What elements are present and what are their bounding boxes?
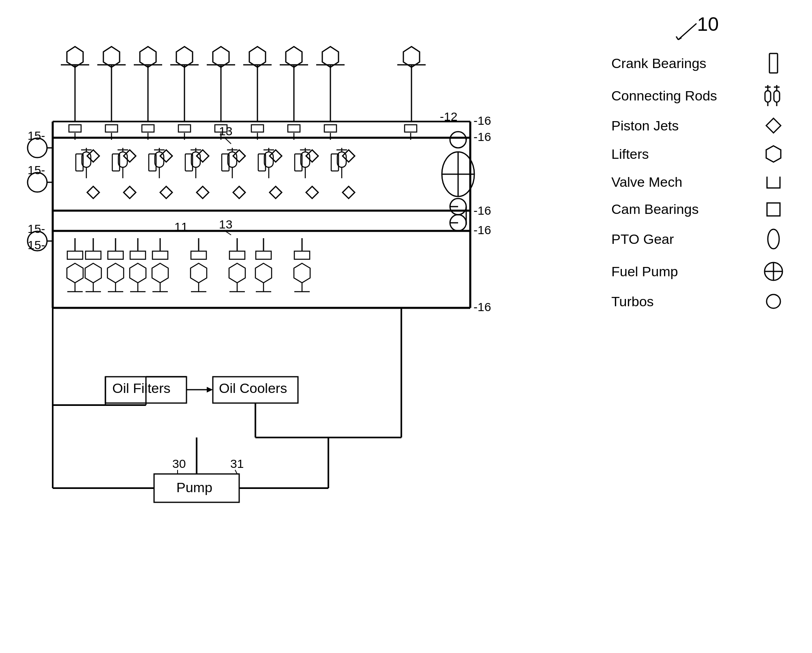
ref-15c: 15-: [28, 222, 45, 235]
ref-16e: -16: [473, 300, 491, 314]
svg-rect-153: [256, 251, 271, 259]
svg-marker-158: [107, 263, 124, 283]
svg-marker-110: [197, 186, 209, 198]
svg-marker-38: [249, 47, 266, 67]
svg-rect-56: [405, 125, 417, 132]
svg-line-2: [678, 38, 681, 40]
legend-item-connecting-rods: Connecting Rods: [611, 85, 790, 106]
ref-13a: 13: [219, 124, 232, 138]
svg-rect-55: [324, 125, 336, 132]
ref-16c: -16: [473, 204, 491, 217]
legend-symbol-crank-bearings: [757, 53, 790, 74]
svg-marker-109: [160, 186, 172, 198]
ref-15b: 15-: [28, 163, 45, 177]
svg-rect-6: [774, 91, 780, 102]
svg-marker-162: [229, 263, 245, 283]
svg-rect-151: [229, 251, 245, 259]
svg-rect-155: [294, 251, 310, 259]
legend-label-turbos: Turbos: [611, 294, 757, 309]
svg-marker-61: [160, 150, 172, 162]
svg-marker-112: [270, 186, 282, 198]
legend-symbol-lifters: [757, 145, 790, 163]
ref-arrow: [670, 19, 703, 44]
legend-item-cam-bearings: Cam Bearings: [611, 201, 790, 217]
svg-rect-149: [191, 251, 206, 259]
legend-symbol-fuel-pump: [757, 261, 790, 282]
svg-marker-44: [322, 47, 339, 67]
ref-31: 31: [230, 457, 244, 470]
svg-marker-114: [343, 186, 355, 198]
svg-marker-29: [140, 47, 156, 67]
svg-marker-63: [233, 150, 245, 162]
legend-symbol-cam-bearings: [757, 202, 790, 217]
svg-rect-51: [178, 125, 191, 132]
svg-marker-160: [152, 263, 168, 283]
svg-marker-35: [213, 47, 229, 67]
svg-rect-3: [769, 53, 778, 73]
svg-rect-143: [108, 251, 123, 259]
svg-rect-139: [67, 251, 83, 259]
ref-13b: 13: [219, 218, 232, 231]
svg-marker-12: [766, 118, 781, 133]
legend-item-crank-bearings: Crank Bearings: [611, 53, 790, 74]
legend-label-piston-jets: Piston Jets: [611, 118, 757, 134]
ref-12-label: -12: [440, 110, 457, 123]
legend-item-valve-mech: Valve Mech: [611, 174, 790, 190]
svg-point-15: [768, 229, 779, 249]
legend-symbol-turbos: [757, 293, 790, 309]
legend-label-fuel-pump: Fuel Pump: [611, 264, 757, 280]
svg-rect-141: [86, 251, 101, 259]
svg-marker-111: [233, 186, 245, 198]
svg-point-127: [450, 132, 466, 148]
ref-16a: -16: [473, 114, 491, 127]
svg-marker-161: [191, 263, 207, 283]
legend-symbol-piston-jets: [757, 117, 790, 134]
legend-item-pto-gear: PTO Gear: [611, 228, 790, 250]
svg-marker-163: [255, 263, 272, 283]
svg-marker-64: [270, 150, 282, 162]
svg-marker-108: [124, 186, 136, 198]
svg-marker-156: [67, 263, 83, 283]
legend-label-pto-gear: PTO Gear: [611, 231, 757, 247]
oil-filters-label: Oil Filters: [112, 380, 171, 396]
ref-15d: 15-: [28, 238, 45, 252]
svg-marker-159: [130, 263, 146, 283]
ref-11: 11: [174, 220, 188, 233]
legend-symbol-pto-gear: [757, 228, 790, 250]
svg-marker-23: [67, 47, 83, 67]
pump-label: Pump: [176, 480, 212, 495]
svg-rect-147: [152, 251, 168, 259]
main-diagram: Oil Filters Oil Coolers Pump -16 -16 -16…: [12, 24, 572, 644]
legend-label-lifters: Lifters: [611, 146, 757, 162]
svg-rect-50: [142, 125, 154, 132]
legend-item-lifters: Lifters: [611, 145, 790, 163]
svg-point-19: [767, 294, 780, 308]
ref-16d: -16: [473, 223, 491, 237]
svg-marker-113: [306, 186, 318, 198]
ref-30: 30: [172, 457, 186, 470]
ref-15a: 15-: [28, 129, 45, 142]
svg-marker-47: [403, 47, 420, 67]
legend: Crank Bearings Connecting Rods Piston Je…: [611, 53, 790, 321]
legend-symbol-connecting-rods: [757, 85, 790, 106]
svg-rect-14: [767, 203, 780, 216]
svg-marker-195: [207, 387, 213, 393]
svg-rect-54: [288, 125, 300, 132]
svg-marker-164: [294, 263, 310, 283]
svg-marker-62: [197, 150, 209, 162]
svg-line-0: [678, 23, 696, 40]
svg-rect-145: [130, 251, 146, 259]
svg-marker-13: [766, 146, 781, 162]
svg-marker-66: [343, 150, 355, 162]
svg-marker-107: [87, 186, 99, 198]
svg-marker-59: [87, 150, 99, 162]
legend-item-piston-jets: Piston Jets: [611, 117, 790, 134]
svg-rect-49: [105, 125, 118, 132]
svg-rect-48: [69, 125, 81, 132]
svg-marker-41: [286, 47, 302, 67]
svg-marker-157: [85, 263, 101, 283]
oil-coolers-label: Oil Coolers: [219, 380, 287, 396]
legend-item-fuel-pump: Fuel Pump: [611, 261, 790, 282]
svg-marker-65: [306, 150, 318, 162]
legend-label-connecting-rods: Connecting Rods: [611, 88, 757, 104]
